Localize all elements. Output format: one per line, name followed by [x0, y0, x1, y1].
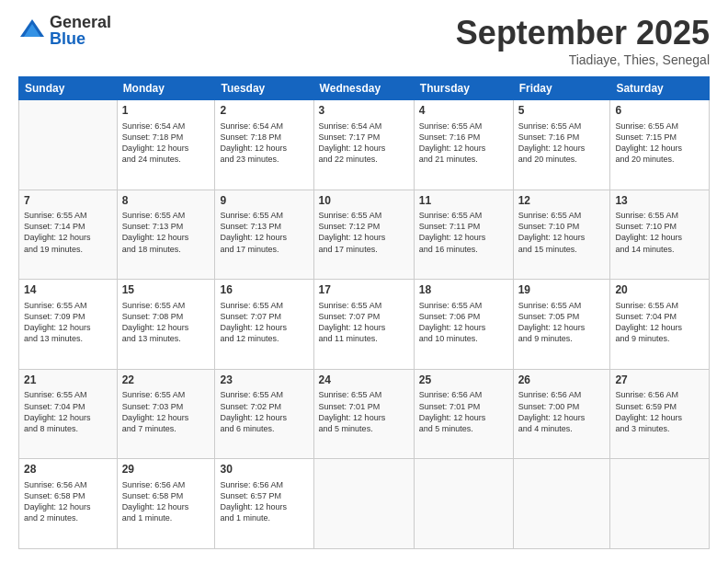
day-number: 23 — [220, 373, 308, 388]
calendar-cell: 29Sunrise: 6:56 AM Sunset: 6:58 PM Dayli… — [117, 459, 215, 549]
day-number: 28 — [24, 463, 112, 477]
page: General Blue September 2025 Tiadiaye, Th… — [0, 0, 728, 563]
calendar-cell: 13Sunrise: 6:55 AM Sunset: 7:10 PM Dayli… — [610, 190, 710, 280]
calendar-day-header: Wednesday — [313, 77, 414, 100]
day-number: 3 — [319, 104, 409, 119]
day-info: Sunrise: 6:56 AM Sunset: 7:01 PM Dayligh… — [419, 389, 508, 434]
day-info: Sunrise: 6:56 AM Sunset: 7:00 PM Dayligh… — [518, 389, 606, 434]
calendar-week-row: 14Sunrise: 6:55 AM Sunset: 7:09 PM Dayli… — [19, 280, 710, 370]
day-info: Sunrise: 6:55 AM Sunset: 7:07 PM Dayligh… — [220, 300, 308, 345]
day-info: Sunrise: 6:56 AM Sunset: 6:58 PM Dayligh… — [24, 479, 112, 524]
day-info: Sunrise: 6:55 AM Sunset: 7:14 PM Dayligh… — [24, 210, 112, 255]
day-info: Sunrise: 6:54 AM Sunset: 7:17 PM Dayligh… — [319, 121, 409, 166]
day-info: Sunrise: 6:55 AM Sunset: 7:04 PM Dayligh… — [24, 389, 112, 434]
day-info: Sunrise: 6:55 AM Sunset: 7:12 PM Dayligh… — [319, 210, 409, 255]
calendar-cell — [513, 459, 610, 549]
calendar-cell: 2Sunrise: 6:54 AM Sunset: 7:18 PM Daylig… — [215, 100, 313, 190]
calendar-cell: 30Sunrise: 6:56 AM Sunset: 6:57 PM Dayli… — [215, 459, 313, 549]
calendar-header-row: SundayMondayTuesdayWednesdayThursdayFrid… — [19, 77, 710, 100]
day-number: 4 — [419, 104, 508, 119]
logo-icon — [18, 17, 46, 44]
calendar-cell: 17Sunrise: 6:55 AM Sunset: 7:07 PM Dayli… — [313, 280, 414, 370]
calendar-week-row: 21Sunrise: 6:55 AM Sunset: 7:04 PM Dayli… — [19, 369, 710, 459]
day-info: Sunrise: 6:55 AM Sunset: 7:10 PM Dayligh… — [615, 210, 704, 255]
day-info: Sunrise: 6:55 AM Sunset: 7:02 PM Dayligh… — [220, 389, 308, 434]
title-section: September 2025 Tiadiaye, Thies, Senegal — [456, 14, 710, 67]
calendar-cell: 4Sunrise: 6:55 AM Sunset: 7:16 PM Daylig… — [414, 100, 513, 190]
day-info: Sunrise: 6:55 AM Sunset: 7:13 PM Dayligh… — [220, 210, 308, 255]
day-number: 8 — [122, 194, 210, 209]
day-info: Sunrise: 6:56 AM Sunset: 6:58 PM Dayligh… — [122, 479, 210, 524]
calendar-day-header: Friday — [513, 77, 610, 100]
day-number: 11 — [419, 194, 508, 209]
day-info: Sunrise: 6:55 AM Sunset: 7:05 PM Dayligh… — [518, 300, 606, 345]
calendar-subtitle: Tiadiaye, Thies, Senegal — [456, 52, 710, 67]
calendar-day-header: Saturday — [610, 77, 710, 100]
calendar-title: September 2025 — [456, 14, 710, 52]
day-number: 1 — [122, 104, 210, 119]
calendar-cell: 12Sunrise: 6:55 AM Sunset: 7:10 PM Dayli… — [513, 190, 610, 280]
day-number: 27 — [615, 373, 704, 388]
calendar-week-row: 28Sunrise: 6:56 AM Sunset: 6:58 PM Dayli… — [19, 459, 710, 549]
day-info: Sunrise: 6:56 AM Sunset: 6:57 PM Dayligh… — [220, 479, 308, 524]
calendar-day-header: Tuesday — [215, 77, 313, 100]
day-info: Sunrise: 6:54 AM Sunset: 7:18 PM Dayligh… — [220, 121, 308, 166]
day-number: 2 — [220, 104, 308, 119]
calendar-cell — [414, 459, 513, 549]
day-number: 25 — [419, 373, 508, 388]
calendar-cell: 7Sunrise: 6:55 AM Sunset: 7:14 PM Daylig… — [19, 190, 118, 280]
day-info: Sunrise: 6:55 AM Sunset: 7:16 PM Dayligh… — [419, 121, 508, 166]
day-info: Sunrise: 6:56 AM Sunset: 6:59 PM Dayligh… — [615, 389, 704, 434]
calendar-cell: 16Sunrise: 6:55 AM Sunset: 7:07 PM Dayli… — [215, 280, 313, 370]
calendar-cell: 11Sunrise: 6:55 AM Sunset: 7:11 PM Dayli… — [414, 190, 513, 280]
calendar-cell — [610, 459, 710, 549]
header: General Blue September 2025 Tiadiaye, Th… — [18, 14, 710, 67]
day-number: 20 — [615, 283, 704, 298]
day-info: Sunrise: 6:55 AM Sunset: 7:03 PM Dayligh… — [122, 389, 210, 434]
calendar-cell: 24Sunrise: 6:55 AM Sunset: 7:01 PM Dayli… — [313, 369, 414, 459]
calendar-cell — [19, 100, 118, 190]
calendar-cell: 27Sunrise: 6:56 AM Sunset: 6:59 PM Dayli… — [610, 369, 710, 459]
day-number: 13 — [615, 194, 704, 209]
day-info: Sunrise: 6:55 AM Sunset: 7:13 PM Dayligh… — [122, 210, 210, 255]
day-number: 5 — [518, 104, 606, 119]
day-info: Sunrise: 6:55 AM Sunset: 7:10 PM Dayligh… — [518, 210, 606, 255]
day-number: 26 — [518, 373, 606, 388]
calendar-cell: 19Sunrise: 6:55 AM Sunset: 7:05 PM Dayli… — [513, 280, 610, 370]
day-info: Sunrise: 6:55 AM Sunset: 7:07 PM Dayligh… — [319, 300, 409, 345]
day-info: Sunrise: 6:55 AM Sunset: 7:06 PM Dayligh… — [419, 300, 508, 345]
day-info: Sunrise: 6:55 AM Sunset: 7:04 PM Dayligh… — [615, 300, 704, 345]
day-number: 18 — [419, 283, 508, 298]
day-info: Sunrise: 6:55 AM Sunset: 7:08 PM Dayligh… — [122, 300, 210, 345]
calendar-cell: 18Sunrise: 6:55 AM Sunset: 7:06 PM Dayli… — [414, 280, 513, 370]
calendar-cell: 1Sunrise: 6:54 AM Sunset: 7:18 PM Daylig… — [117, 100, 215, 190]
calendar-cell: 20Sunrise: 6:55 AM Sunset: 7:04 PM Dayli… — [610, 280, 710, 370]
day-info: Sunrise: 6:55 AM Sunset: 7:01 PM Dayligh… — [319, 389, 409, 434]
calendar-cell: 10Sunrise: 6:55 AM Sunset: 7:12 PM Dayli… — [313, 190, 414, 280]
day-number: 19 — [518, 283, 606, 298]
day-number: 21 — [24, 373, 112, 388]
calendar-cell: 15Sunrise: 6:55 AM Sunset: 7:08 PM Dayli… — [117, 280, 215, 370]
day-number: 30 — [220, 463, 308, 477]
calendar-cell: 23Sunrise: 6:55 AM Sunset: 7:02 PM Dayli… — [215, 369, 313, 459]
calendar-day-header: Thursday — [414, 77, 513, 100]
day-number: 6 — [615, 104, 704, 119]
logo-general: General — [50, 14, 111, 30]
day-number: 14 — [24, 283, 112, 298]
day-number: 29 — [122, 463, 210, 477]
calendar-day-header: Sunday — [19, 77, 118, 100]
calendar-cell: 9Sunrise: 6:55 AM Sunset: 7:13 PM Daylig… — [215, 190, 313, 280]
logo-text: General Blue — [50, 14, 111, 47]
calendar-day-header: Monday — [117, 77, 215, 100]
calendar-cell: 5Sunrise: 6:55 AM Sunset: 7:16 PM Daylig… — [513, 100, 610, 190]
day-info: Sunrise: 6:54 AM Sunset: 7:18 PM Dayligh… — [122, 121, 210, 166]
logo: General Blue — [18, 14, 111, 47]
day-number: 12 — [518, 194, 606, 209]
calendar-cell: 6Sunrise: 6:55 AM Sunset: 7:15 PM Daylig… — [610, 100, 710, 190]
day-info: Sunrise: 6:55 AM Sunset: 7:16 PM Dayligh… — [518, 121, 606, 166]
day-number: 24 — [319, 373, 409, 388]
day-number: 16 — [220, 283, 308, 298]
day-info: Sunrise: 6:55 AM Sunset: 7:11 PM Dayligh… — [419, 210, 508, 255]
calendar-cell: 14Sunrise: 6:55 AM Sunset: 7:09 PM Dayli… — [19, 280, 118, 370]
day-number: 15 — [122, 283, 210, 298]
